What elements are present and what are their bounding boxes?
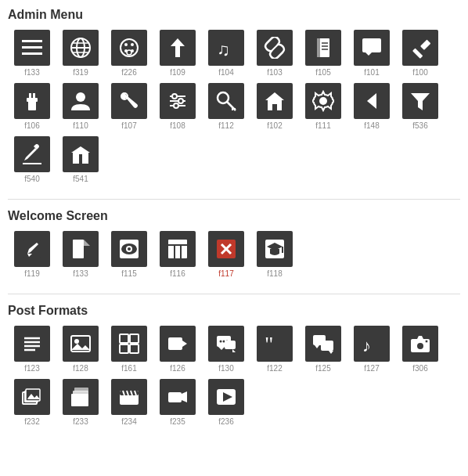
book-icon[interactable] (305, 30, 341, 66)
icon-code: f108 (170, 121, 185, 130)
welcome-screen-grid: f119 f133 f115 f116 f117 (8, 231, 460, 284)
list-item: f115 (105, 231, 153, 278)
list-item: f112 (202, 83, 250, 130)
svg-point-77 (74, 339, 79, 344)
svg-marker-94 (315, 345, 319, 348)
quote-format-icon[interactable]: " (257, 326, 293, 362)
list-item: f118 (250, 231, 299, 278)
list-item: f233 (56, 379, 105, 426)
svg-marker-86 (218, 347, 225, 350)
list-item: f107 (105, 83, 153, 130)
svg-marker-45 (367, 93, 376, 109)
svg-rect-80 (130, 334, 139, 343)
divider-2 (8, 294, 460, 294)
svg-point-61 (128, 247, 131, 251)
home-icon[interactable] (257, 83, 293, 119)
key-icon[interactable] (208, 83, 244, 119)
filter-icon[interactable] (402, 83, 438, 119)
svg-point-35 (172, 94, 177, 99)
svg-marker-42 (265, 92, 284, 110)
link-icon[interactable] (257, 30, 293, 66)
edit-pencil-icon[interactable] (14, 231, 50, 267)
graduation-icon[interactable] (257, 231, 293, 267)
svg-rect-114 (168, 392, 182, 402)
menu-icon[interactable] (14, 30, 50, 66)
chat-format-icon[interactable] (208, 326, 244, 362)
list-item: f111 (299, 83, 347, 130)
icon-code: f536 (412, 121, 427, 130)
icon-code: f123 (24, 364, 39, 373)
icon-code: f233 (73, 417, 88, 426)
icon-code: f119 (24, 269, 39, 278)
image-format-icon[interactable] (63, 326, 99, 362)
back-icon[interactable] (354, 83, 390, 119)
list-item: f161 (105, 326, 153, 373)
svg-text:♪: ♪ (362, 336, 371, 355)
stacked-images-icon[interactable] (63, 379, 99, 415)
camera-format-icon[interactable] (402, 326, 438, 362)
icon-code: f234 (121, 417, 136, 426)
multi-image-icon[interactable] (14, 379, 50, 415)
icon-code: f103 (267, 68, 282, 77)
video-format-icon[interactable] (160, 326, 196, 362)
eye-icon[interactable] (111, 231, 147, 267)
wrench-icon[interactable] (111, 83, 147, 119)
svg-rect-90 (225, 341, 236, 349)
audio-format-icon[interactable]: ♪ (354, 326, 390, 362)
svg-rect-79 (120, 334, 128, 343)
color-palette-icon[interactable] (111, 30, 147, 66)
plugin-icon[interactable] (14, 83, 50, 119)
list-item: f100 (396, 30, 445, 77)
neighborhood-icon[interactable] (63, 136, 99, 172)
svg-point-38 (218, 92, 229, 103)
svg-rect-2 (22, 52, 42, 55)
globe-icon[interactable] (63, 30, 99, 66)
list-item: f128 (56, 326, 105, 373)
music-icon[interactable]: ♫ (208, 30, 244, 66)
svg-rect-107 (74, 388, 88, 391)
svg-rect-54 (73, 240, 84, 258)
icon-code: f102 (267, 121, 282, 130)
add-file-icon[interactable] (63, 231, 99, 267)
list-item: f306 (396, 326, 445, 373)
icon-code: f232 (24, 417, 39, 426)
admin-menu-section: Admin Menu f133 f319 f226 f109 (8, 8, 460, 189)
icon-code: f226 (121, 68, 136, 77)
icon-code: f127 (364, 364, 379, 373)
svg-rect-29 (33, 93, 35, 99)
icon-code: f118 (267, 269, 282, 278)
play-button-icon[interactable] (208, 379, 244, 415)
svg-rect-25 (412, 48, 423, 58)
list-item: f232 (8, 379, 56, 426)
svg-rect-82 (130, 344, 139, 353)
svg-point-37 (174, 103, 178, 108)
icon-code: f130 (218, 364, 233, 373)
icon-code: f106 (24, 121, 39, 130)
close-icon[interactable] (208, 231, 244, 267)
video-clapboard-icon[interactable] (111, 379, 147, 415)
svg-marker-55 (84, 240, 90, 246)
list-item: f123 (8, 326, 56, 373)
svg-point-99 (416, 342, 424, 350)
list-item: f133 (56, 231, 105, 278)
icon-code: f306 (412, 364, 427, 373)
comment-format-icon[interactable] (305, 326, 341, 362)
edit-icon[interactable] (14, 136, 50, 172)
gear-icon[interactable] (305, 83, 341, 119)
svg-point-36 (178, 99, 183, 103)
gallery-format-icon[interactable] (111, 326, 147, 362)
comment-icon[interactable] (354, 30, 390, 66)
list-item: f101 (347, 30, 396, 77)
hammer-icon[interactable] (402, 30, 438, 66)
icon-code: f133 (73, 269, 88, 278)
svg-point-100 (425, 340, 428, 343)
pin-icon[interactable] (160, 30, 196, 66)
icon-code: f125 (315, 364, 330, 373)
icon-code: f161 (121, 364, 136, 373)
list-format-icon[interactable] (14, 326, 50, 362)
table-icon[interactable] (160, 231, 196, 267)
camcorder-icon[interactable] (160, 379, 196, 415)
sliders-icon[interactable] (160, 83, 196, 119)
list-item: f105 (299, 30, 347, 77)
user-icon[interactable] (63, 83, 99, 119)
